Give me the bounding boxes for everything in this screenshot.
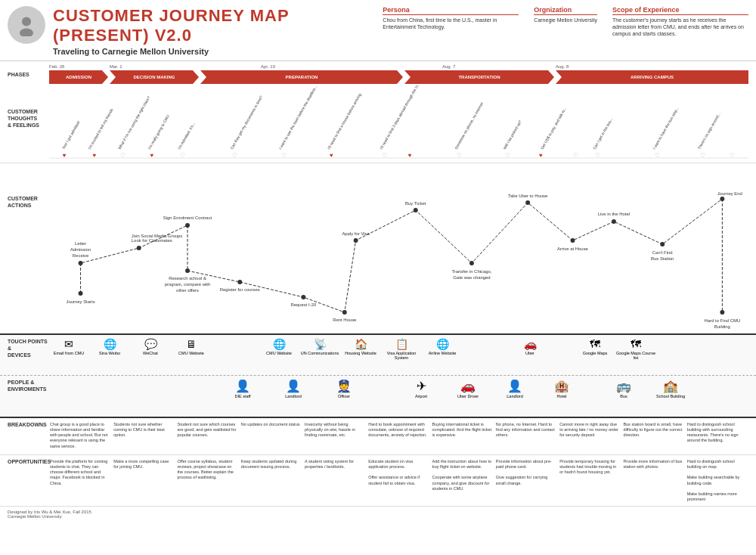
phases-timeline: Feb. 26 Mar. 1 Apr. 10 Aug. 7 Aug. 8 ADM… — [49, 64, 748, 84]
breakdown-content: Chat group is a good place to share info… — [49, 421, 748, 451]
opp-col-4: A student rating system for properties /… — [304, 458, 366, 503]
header: CUSTOMER JOURNEY MAP (PRESENT) V2.0 Trav… — [0, 0, 756, 61]
breakdown-col-8: Cannot move in right away due to arrivin… — [559, 421, 621, 451]
googlemaps-icon2: 🗺 — [631, 338, 641, 350]
svg-text:Buy Ticket: Buy Ticket — [405, 201, 426, 206]
svg-text:Receive: Receive — [73, 253, 89, 258]
school-icon: 🏫 — [663, 379, 678, 393]
housing-icon: 🏠 — [355, 338, 367, 350]
breakdown-col-5: Hard to book appointment with consulate,… — [367, 421, 429, 451]
bus-icon: 🚌 — [616, 379, 631, 393]
opps-label: OPPORTUNITIES — [8, 458, 49, 503]
svg-text:Letter: Letter — [75, 241, 86, 246]
persona-text: Chou from China, first time to the U.S.,… — [383, 17, 519, 30]
phases-label: PHASES — [8, 72, 49, 77]
people-content: 👤 DIE staff 👤 Landlord 👮 Officer ✈ Airpo… — [49, 379, 748, 414]
opp-col-5: Educate student on visa application proc… — [367, 458, 429, 503]
svg-text:Register for courses: Register for courses — [220, 287, 260, 292]
svg-text:♡: ♡ — [505, 152, 510, 159]
org-label: Orgnization — [534, 6, 597, 15]
svg-text:Sign Enrolment Contract: Sign Enrolment Contract — [163, 215, 212, 220]
phase-admission: ADMISSION — [49, 70, 108, 84]
svg-text:Can they get my documents in t: Can they get my documents in time? — [230, 95, 264, 150]
googlemaps-icon1: 🗺 — [590, 338, 600, 350]
touch-item-cmu-website2: 🌐 CMU Website — [259, 338, 299, 355]
svg-point-43 — [301, 295, 305, 299]
breakdowns-section: BREAKDOWNS Chat group is a good place to… — [0, 417, 756, 454]
breakdown-col-7: No phone, no Internet. Hard to find any … — [495, 421, 557, 451]
uber-icon: 🚗 — [524, 338, 537, 350]
svg-text:What if I'm not using the righ: What if I'm not using the right class? — [118, 95, 151, 150]
svg-point-39 — [137, 246, 141, 250]
svg-text:Bus Station: Bus Station — [651, 256, 674, 261]
svg-text:There's no sign around...: There's no sign around... — [697, 112, 721, 150]
svg-text:Gate was changed: Gate was changed — [453, 275, 490, 280]
touch-item-wechat: 💬 WeChat — [131, 338, 170, 355]
main-title: CUSTOMER JOURNEY MAP (PRESENT) V2.0 — [53, 6, 367, 45]
svg-text:Research school &: Research school & — [169, 276, 206, 281]
touch-item-googlemaps1: 🗺 Google Maps — [575, 338, 615, 355]
opportunities-section: OPPORTUNITIES Provide the platform for c… — [0, 454, 756, 506]
svg-text:I want to see the town before : I want to see the town before the deadli… — [278, 85, 318, 150]
journey-svg: Journey Starts Receive Admission Letter … — [49, 165, 748, 331]
touch-content: ✉ Email from CMU 🌐 Sina Weibo 💬 WeChat 🖥… — [49, 338, 748, 372]
svg-point-45 — [354, 238, 358, 243]
landlord-icon2: 👤 — [507, 379, 522, 393]
touch-item-googlemaps2: 🗺 Google Maps Course list — [616, 338, 655, 360]
svg-text:Yes! I got admitted!: Yes! I got admitted! — [61, 120, 80, 150]
svg-text:Join Social Media Groups: Join Social Media Groups — [132, 234, 182, 238]
svg-text:I'm Admitted. It's...: I'm Admitted. It's... — [178, 122, 196, 150]
person-uber-driver: 🚗 Uber Driver — [453, 379, 483, 398]
date-mar: Mar. 1 — [110, 64, 200, 69]
svg-text:♡: ♡ — [180, 152, 185, 159]
svg-text:♡: ♡ — [382, 152, 387, 159]
svg-text:♥: ♥ — [92, 152, 96, 159]
svg-text:Will I be picked up?: Will I be picked up? — [503, 119, 522, 150]
svg-text:Journey End: Journey End — [717, 191, 742, 196]
actions-label: CUSTOMERACTIONS — [8, 165, 49, 332]
svg-text:Live in the Hotel: Live in the Hotel — [598, 212, 630, 216]
touch-item-email: ✉ Email from CMU — [49, 338, 88, 355]
header-meta: Persona Chou from China, first time to t… — [383, 6, 748, 37]
actions-content: Journey Starts Receive Admission Letter … — [49, 165, 748, 332]
scope-text: The customer's journey starts as he rece… — [612, 17, 748, 37]
svg-point-50 — [612, 219, 616, 224]
phase-arriving: ARRIVING CAMPUS — [556, 70, 748, 84]
svg-point-47 — [469, 261, 474, 265]
svg-text:♡: ♡ — [595, 152, 600, 159]
die-staff-icon: 👤 — [235, 379, 250, 393]
svg-text:Journey Starts: Journey Starts — [66, 299, 94, 304]
phase-transportation: TRANSPORTATION — [404, 70, 554, 84]
svg-point-46 — [414, 208, 418, 212]
svg-text:Rent House: Rent House — [333, 318, 357, 322]
svg-point-44 — [342, 310, 347, 315]
svg-text:Request I-20: Request I-20 — [290, 302, 317, 307]
svg-text:I'm really going to CMU: I'm really going to CMU — [147, 114, 170, 150]
svg-point-37 — [79, 291, 83, 296]
svg-point-1 — [20, 29, 33, 37]
sinawebo-icon: 🌐 — [104, 338, 116, 350]
svg-point-51 — [660, 242, 665, 246]
touch-item-sinawebo: 🌐 Sina Weibo — [90, 338, 129, 355]
svg-text:♡: ♡ — [281, 152, 287, 159]
cmu-website-icon1: 🖥 — [186, 338, 197, 350]
emotions-svg: Yes! I got admitted! I'm excited to tell… — [49, 85, 748, 161]
date-aug8: Aug. 8 — [556, 64, 569, 69]
breakdown-col-1: Students not sure whether coming to CMU … — [113, 421, 175, 451]
svg-text:I'm excited to tell my friends: I'm excited to tell my friends — [88, 107, 114, 150]
opp-col-0: Provide the platform for coming students… — [49, 458, 111, 503]
svg-text:Get US$ to pay, and talk to...: Get US$ to pay, and talk to... — [540, 107, 567, 150]
subtitle: Traveling to Carnegie Mellon University — [53, 47, 367, 56]
svg-text:I'll need to find 3 days abroa: I'll need to find 3 days abroad through … — [380, 85, 423, 150]
phase-preparation: PREPARATION — [200, 70, 403, 84]
emotions-content: Yes! I got admitted! I'm excited to tell… — [49, 85, 748, 161]
svg-text:♥: ♥ — [539, 152, 543, 159]
svg-point-48 — [525, 200, 530, 205]
visa-icon: 📋 — [395, 338, 408, 350]
svg-point-0 — [22, 17, 31, 26]
breakdown-col-9: Bus station board is small, have difficu… — [622, 421, 684, 451]
svg-text:♡: ♡ — [655, 152, 660, 159]
scope-label: Scope of Experience — [612, 6, 748, 15]
date-feb: Feb. 26 — [49, 64, 110, 69]
svg-text:♡: ♡ — [700, 152, 705, 159]
